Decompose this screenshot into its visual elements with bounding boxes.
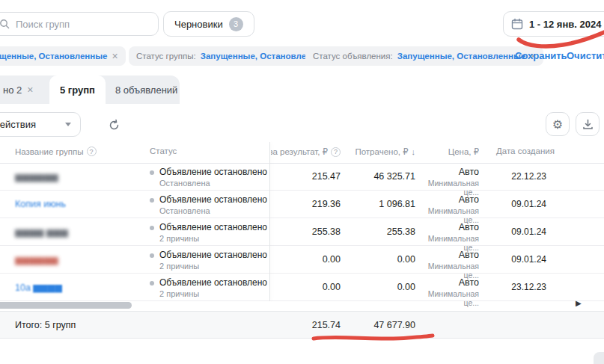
status-dot-icon [150, 198, 154, 203]
column-header-name: Название группы ? [15, 146, 97, 156]
status-cell: Объявление остановлено Остановлена [150, 194, 267, 215]
actions-label: Действия [0, 119, 36, 130]
group-name-link[interactable]: ▆▆▆▆ ▆▆▆ [15, 226, 68, 238]
export-button[interactable] [576, 112, 600, 136]
help-icon[interactable]: ? [87, 146, 97, 156]
table-row[interactable]: ▆▆▆▆▆▆ Объявление остановлено 2 причины … [0, 246, 604, 274]
group-name-link[interactable]: ▆▆▆▆▆▆ [15, 254, 58, 265]
drafts-count-badge: 3 [229, 17, 243, 31]
status-dot-icon [150, 226, 154, 230]
status-text: Объявление остановлено [159, 277, 267, 288]
price-mode: Авто [415, 167, 479, 177]
chevron-down-icon [65, 123, 71, 126]
filter-chip-status[interactable]: Запущенные, Остановленные × [0, 46, 126, 66]
settings-button[interactable]: ⚙ [546, 112, 570, 136]
column-header-label: Название группы [15, 147, 84, 156]
floating-button-partial[interactable] [594, 352, 604, 364]
filter-chip-ad-status[interactable]: Статус объявления: Запущенные, Остановле… [305, 46, 543, 66]
scroll-right-arrow[interactable]: ▶ [576, 299, 582, 307]
table-row[interactable]: ▆▆▆▆▆▆ Объявление остановлено Остановлен… [0, 163, 604, 191]
totals-row: Итого: 5 групп 215.74 47 677.90 [0, 311, 604, 339]
spent-value: 0.00 [346, 282, 415, 292]
status-dot-icon [150, 281, 154, 286]
status-dot-icon [150, 170, 154, 175]
tab-groups[interactable]: 5 групп [49, 75, 106, 104]
column-header-label: Дата создания [496, 146, 555, 155]
status-text: Объявление остановлено [159, 194, 267, 205]
table-row[interactable]: Копия июнь Объявление остановлено Остано… [0, 191, 604, 218]
chip-value: Запущенные, Остановленные [397, 52, 525, 61]
tab-campaign[interactable]: но 2 × [0, 75, 43, 104]
column-header-created[interactable]: Дата создания [496, 146, 555, 155]
column-header-label: Цена, ₽ [448, 146, 479, 157]
table-row[interactable]: ▆▆▆▆ ▆▆▆ Объявление остановлено 2 причин… [0, 218, 604, 246]
cost-per-result-value: 255.38 [271, 226, 341, 237]
column-header-spent[interactable]: Потрачено, ₽ ↓ [346, 146, 415, 157]
totals-spent: 47 677.90 [346, 320, 415, 330]
gear-icon: ⚙ [552, 117, 563, 132]
totals-label: Итого: 5 групп [15, 320, 76, 330]
column-header-status: Статус [150, 146, 177, 155]
column-header-label: Цена за результат, ₽ [271, 146, 328, 157]
price-strategy: Минимальная це... [415, 289, 479, 307]
substatus-text: 2 причины [159, 262, 267, 271]
actions-dropdown[interactable]: Действия [0, 112, 81, 137]
column-header-label: Статус [150, 146, 177, 155]
chip-value: Запущенные, Остановленные [0, 52, 107, 61]
ads-manager-page: Поиск групп Черновики 3 1 - 12 янв. 2024… [0, 0, 604, 364]
table-row[interactable]: 10а ▆▆▆▆ Объявление остановлено 2 причин… [0, 274, 604, 301]
status-text: Объявление остановлено [159, 222, 267, 232]
chip-close-icon[interactable]: × [112, 51, 118, 61]
cost-per-result-value: 0.00 [271, 282, 341, 292]
group-name-link[interactable]: ▆▆▆▆▆▆ [15, 171, 58, 182]
tab-ads[interactable]: 8 объявлений [105, 75, 188, 104]
status-dot-icon [150, 253, 154, 258]
price-mode: Авто [415, 250, 479, 260]
status-cell: Объявление остановлено Остановлена [150, 167, 267, 188]
substatus-text: 2 причины [159, 234, 267, 243]
price-mode: Авто [415, 277, 479, 288]
substatus-text: Остановлена [159, 179, 267, 188]
column-header-price[interactable]: Цена, ₽ [415, 146, 479, 157]
column-header-label: Потрачено, ₽ [355, 146, 408, 157]
tab-close-icon[interactable]: × [27, 84, 33, 95]
substatus-text: Остановлена [159, 206, 267, 215]
status-cell: Объявление остановлено 2 причины [150, 277, 267, 298]
drafts-button[interactable]: Черновики 3 [163, 11, 254, 37]
calendar-icon [511, 18, 523, 30]
drafts-label: Черновики [174, 19, 223, 30]
price-cell: Авто Минимальная це... [415, 277, 479, 307]
status-text: Объявление остановлено [159, 167, 267, 177]
created-date: 09.01.24 [490, 254, 546, 265]
search-placeholder: Поиск групп [16, 19, 70, 30]
created-date: 23.12.23 [490, 282, 546, 292]
refresh-button[interactable] [102, 113, 126, 137]
created-date: 09.01.24 [490, 226, 546, 237]
group-name-link[interactable]: 10а ▆▆▆▆ [15, 282, 62, 293]
status-cell: Объявление остановлено 2 причины [150, 222, 267, 243]
cost-per-result-value: 0.00 [271, 254, 341, 265]
horizontal-scrollbar[interactable] [0, 302, 132, 309]
column-header-cost-per-result[interactable]: Цена за результат, ₽ ? [271, 146, 341, 157]
chip-label: Статус объявления: [313, 52, 393, 61]
save-filters-link[interactable]: Сохранить [515, 50, 567, 61]
search-input[interactable]: Поиск групп [0, 12, 159, 36]
status-cell: Объявление остановлено 2 причины [150, 250, 267, 271]
tab-label: но 2 [3, 84, 22, 96]
spent-value: 0.00 [346, 254, 415, 265]
created-date: 09.01.24 [490, 199, 546, 209]
price-mode: Авто [415, 222, 479, 232]
help-icon[interactable]: ? [331, 147, 341, 157]
created-date: 22.12.23 [490, 171, 546, 182]
clear-filters-link[interactable]: Очистить [567, 50, 604, 61]
cost-per-result-value: 215.47 [271, 171, 341, 182]
spent-value: 1 096.81 [346, 199, 415, 209]
date-range-value: 1 - 12 янв. 2024 [529, 19, 601, 30]
search-icon [0, 19, 10, 29]
spent-value: 46 325.71 [346, 171, 415, 182]
refresh-icon [108, 119, 121, 132]
spent-value: 255.38 [346, 226, 415, 237]
group-name-link[interactable]: Копия июнь [15, 199, 66, 209]
tab-label: 8 объявлений [115, 84, 177, 96]
date-range-picker[interactable]: 1 - 12 янв. 2024 [503, 11, 604, 37]
